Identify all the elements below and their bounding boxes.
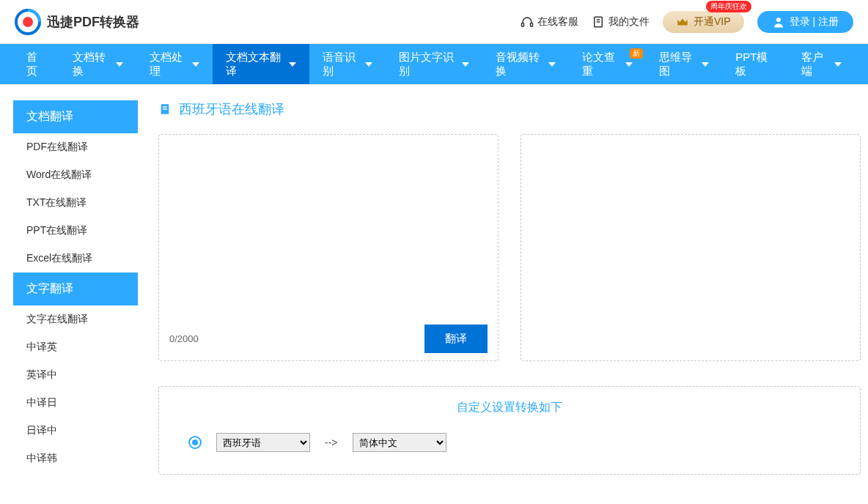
nav-item-10[interactable]: 客户端 [788,44,855,84]
sidebar-item[interactable]: 中译日 [13,389,138,417]
settings-title: 自定义设置转换如下 [188,400,831,415]
radio-selected[interactable] [188,436,202,449]
user-icon [772,15,785,29]
nav-item-4[interactable]: 语音识别 [309,44,386,84]
sidebar-item[interactable]: PDF在线翻译 [13,133,138,161]
chevron-down-icon [365,62,372,67]
nav-badge: 新 [630,48,643,59]
sidebar-item[interactable]: 中译韩 [13,445,138,472]
source-textarea[interactable] [169,145,488,328]
nav-item-1[interactable]: 文档转换 [59,44,136,84]
page-title: 西班牙语在线翻译 [179,100,284,118]
document-icon [592,15,605,29]
myfiles-label: 我的文件 [608,15,650,29]
chevron-down-icon [625,62,633,67]
nav-item-0[interactable]: 首页 [13,44,59,84]
chevron-down-icon [192,62,199,67]
support-label: 在线客服 [537,15,578,29]
chevron-down-icon [548,62,556,67]
sidebar-section-text-translate: 文字翻译 [13,273,138,305]
vip-promo-badge: 周年庆狂欢 [706,1,751,12]
svg-rect-10 [163,108,167,110]
svg-rect-2 [522,23,524,26]
sidebar-item[interactable]: TXT在线翻译 [13,189,138,217]
main-nav: 首页文档转换文档处理文档文本翻译语音识别图片文字识别音视频转换论文查重新思维导图… [0,44,868,84]
nav-item-5[interactable]: 图片文字识别 [386,44,482,84]
arrow-icon: --> [325,437,338,448]
sidebar: 文档翻译 PDF在线翻译Word在线翻译TXT在线翻译PPT在线翻译Excel在… [13,100,138,475]
sidebar-item[interactable]: 日译中 [13,417,138,445]
logo-icon [15,9,41,35]
sidebar-item[interactable]: 中译英 [13,333,138,361]
sidebar-item[interactable]: PPT在线翻译 [13,217,138,245]
sidebar-item[interactable]: Word在线翻译 [13,161,138,189]
nav-item-2[interactable]: 文档处理 [136,44,213,84]
vip-label: 开通VIP [694,15,731,29]
char-counter: 0/2000 [169,333,199,344]
chevron-down-icon [289,62,296,67]
nav-item-6[interactable]: 音视频转换 [482,44,569,84]
vip-button[interactable]: 周年庆狂欢 开通VIP [663,11,744,33]
nav-item-8[interactable]: 思维导图 [646,44,722,84]
nav-item-9[interactable]: PPT模板 [722,44,788,84]
svg-rect-3 [531,23,533,26]
svg-rect-9 [163,106,167,108]
chevron-down-icon [462,62,469,67]
support-link[interactable]: 在线客服 [521,15,578,29]
nav-item-7[interactable]: 论文查重新 [569,44,645,84]
headset-icon [521,15,534,29]
sidebar-item[interactable]: Excel在线翻译 [13,245,138,273]
nav-item-3[interactable]: 文档文本翻译 [213,44,309,84]
chevron-down-icon [116,62,123,67]
brand-logo[interactable]: 迅捷PDF转换器 [15,9,139,35]
settings-panel: 自定义设置转换如下 西班牙语 --> 简体中文 [158,386,861,475]
sidebar-item[interactable]: 文字在线翻译 [13,305,138,333]
input-box: 0/2000 翻译 [158,134,499,361]
target-lang-select[interactable]: 简体中文 [353,433,446,452]
myfiles-link[interactable]: 我的文件 [592,15,650,29]
brand-name: 迅捷PDF转换器 [47,13,139,31]
sidebar-section-doc-translate: 文档翻译 [13,100,138,133]
svg-point-7 [776,18,781,22]
crown-icon [676,15,689,29]
sidebar-item[interactable]: 英译中 [13,361,138,389]
login-button[interactable]: 登录 | 注册 [757,11,853,33]
chevron-down-icon [834,62,842,67]
login-label: 登录 | 注册 [790,15,839,29]
svg-point-1 [23,17,33,27]
translate-button[interactable]: 翻译 [424,325,488,353]
output-box [521,134,861,361]
chevron-down-icon [702,62,709,67]
source-lang-select[interactable]: 西班牙语 [216,433,310,452]
document-icon [158,103,172,116]
